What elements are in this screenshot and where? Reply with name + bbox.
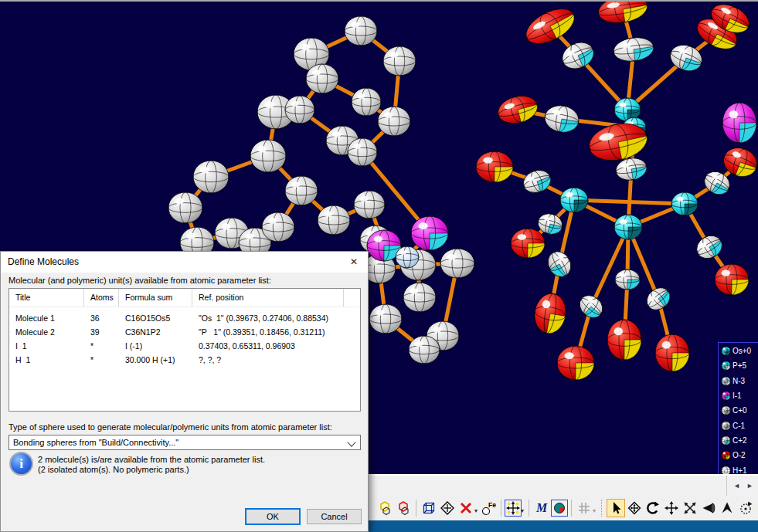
table-row[interactable]: Molecule 2 39 C36N1P2 "P 1" (0.39351, 0.… bbox=[9, 325, 360, 339]
atom-O[interactable] bbox=[715, 264, 749, 295]
grid-button[interactable] bbox=[575, 499, 593, 517]
cursor-icon bbox=[608, 500, 624, 516]
cell-formula: C36N1P2 bbox=[119, 325, 192, 339]
atom-C[interactable] bbox=[383, 46, 416, 76]
angle-tool-button[interactable]: φ bbox=[755, 499, 758, 517]
info-icon: i bbox=[9, 452, 33, 476]
atom-C[interactable] bbox=[369, 304, 402, 334]
atom-Os[interactable] bbox=[614, 215, 642, 239]
atom-C[interactable] bbox=[262, 212, 294, 242]
cell-refposition: "Os 1" (0.39673, 0.27406, 0.88534) bbox=[192, 311, 360, 325]
atom-N[interactable] bbox=[396, 246, 419, 268]
column-header-title[interactable]: Title bbox=[9, 289, 84, 307]
dialog-title-bar[interactable]: Define Molecules ✕ bbox=[1, 252, 368, 273]
render-sphere-button[interactable] bbox=[551, 500, 568, 517]
atom-O[interactable] bbox=[476, 151, 513, 182]
table-row[interactable]: H 1 * 30.000 H (+1) ?, ?, ? bbox=[9, 353, 360, 367]
atom-C[interactable] bbox=[250, 140, 286, 172]
info-line-2: (2 isolated atom(s). No polymeric parts.… bbox=[38, 465, 189, 474]
expand-arrows-icon bbox=[682, 500, 698, 516]
atom-C[interactable] bbox=[352, 88, 381, 116]
atom-O[interactable] bbox=[557, 346, 594, 380]
atom-C[interactable] bbox=[345, 16, 377, 46]
atom-C[interactable] bbox=[378, 107, 410, 136]
table-row[interactable]: Molecule 1 36 C16O15Os5 "Os 1" (0.39673,… bbox=[9, 311, 360, 325]
horizontal-scrollbar[interactable]: ◄ ► bbox=[355, 474, 758, 496]
sphere-type-combobox[interactable]: Bonding spheres from "Build/Connectivity… bbox=[8, 435, 361, 450]
atom-Cq[interactable] bbox=[615, 269, 640, 290]
atom-label-button[interactable]: Fe bbox=[479, 499, 498, 517]
unit-cell-button[interactable] bbox=[420, 499, 438, 517]
atom-Cq[interactable] bbox=[612, 36, 655, 64]
atom-O[interactable] bbox=[511, 229, 545, 258]
atom-C[interactable] bbox=[440, 249, 474, 278]
pointer-tool-button[interactable] bbox=[607, 499, 625, 517]
atom-Cq[interactable] bbox=[542, 103, 580, 134]
measure-button[interactable]: M bbox=[532, 499, 551, 517]
atom-C[interactable] bbox=[348, 138, 377, 166]
column-header-refposition[interactable]: Ref. position bbox=[192, 289, 344, 307]
atom-O[interactable] bbox=[495, 92, 540, 127]
atom-P[interactable] bbox=[411, 216, 448, 250]
atom-Cq[interactable] bbox=[692, 231, 726, 263]
scroll-right-button[interactable]: ► bbox=[743, 476, 756, 495]
legend-item: Os+0 bbox=[720, 344, 758, 358]
atom-O[interactable] bbox=[521, 2, 580, 51]
scroll-left-button[interactable]: ◄ bbox=[730, 476, 743, 495]
plane-button[interactable] bbox=[438, 499, 457, 517]
atom-O[interactable] bbox=[655, 334, 689, 371]
atom-I[interactable] bbox=[722, 103, 756, 143]
atom-Os[interactable] bbox=[560, 188, 588, 212]
atom-C[interactable] bbox=[285, 176, 318, 205]
legend-label: O-2 bbox=[733, 451, 746, 459]
column-header-formula[interactable]: Formula sum bbox=[119, 289, 192, 307]
chevron-down-icon[interactable]: ▾ bbox=[593, 507, 596, 514]
atom-C[interactable] bbox=[168, 192, 202, 223]
move-arrows-icon bbox=[505, 500, 521, 516]
ok-button[interactable]: OK bbox=[245, 508, 301, 525]
atom-Os[interactable] bbox=[671, 192, 698, 215]
atom-O[interactable] bbox=[532, 291, 569, 336]
atom-C[interactable] bbox=[403, 283, 436, 312]
atom-Cq[interactable] bbox=[543, 247, 575, 280]
atom-C[interactable] bbox=[409, 336, 440, 364]
rotate-step-button[interactable] bbox=[736, 499, 755, 517]
cancel-button[interactable]: Cancel bbox=[307, 509, 362, 524]
zoom-tool-button[interactable] bbox=[681, 499, 699, 517]
cone-tool-button[interactable] bbox=[699, 499, 718, 517]
atom-C[interactable] bbox=[306, 64, 338, 93]
remove-symmetry-button[interactable] bbox=[457, 499, 475, 517]
move-mode-button[interactable] bbox=[505, 500, 522, 517]
atom-C[interactable] bbox=[318, 205, 350, 235]
column-header-atoms[interactable]: Atoms bbox=[84, 289, 119, 307]
atom-type-icon bbox=[720, 405, 732, 416]
atom-Cq[interactable] bbox=[642, 283, 674, 314]
rotate-tool-button[interactable] bbox=[644, 499, 662, 517]
chevron-down-icon[interactable]: ▾ bbox=[474, 507, 478, 514]
legend-label: Os+0 bbox=[733, 347, 751, 355]
scrollbar-track[interactable] bbox=[355, 476, 727, 496]
chevron-down-icon[interactable]: ▾ bbox=[521, 507, 524, 514]
atom-type-icon bbox=[720, 390, 732, 402]
atom-O[interactable] bbox=[607, 320, 641, 360]
close-icon[interactable]: ✕ bbox=[340, 252, 368, 273]
hexagon-yellow-button[interactable] bbox=[376, 499, 394, 517]
legend-label: C-1 bbox=[733, 422, 745, 430]
diamond-cross-icon bbox=[440, 500, 455, 516]
atom-C[interactable] bbox=[285, 96, 314, 124]
table-row[interactable]: I 1 * I (-1) 0.37403, 0.65311, 0.96903 bbox=[9, 339, 360, 353]
move-tool-button[interactable] bbox=[662, 499, 681, 517]
molecule-list[interactable]: Title Atoms Formula sum Ref. position Mo… bbox=[8, 288, 361, 412]
yellow-hexagons-icon bbox=[377, 500, 393, 516]
atom-type-icon bbox=[720, 375, 732, 387]
hexagon-red-button[interactable] bbox=[394, 499, 413, 517]
track-tool-button[interactable] bbox=[625, 499, 644, 517]
atom-Cq[interactable] bbox=[520, 167, 553, 197]
chevron-down-icon bbox=[347, 438, 355, 446]
atom-Cq[interactable] bbox=[575, 291, 607, 322]
legend-label: N-3 bbox=[733, 377, 745, 385]
atom-C[interactable] bbox=[193, 161, 229, 193]
atom-C[interactable] bbox=[354, 191, 385, 219]
atom-O[interactable] bbox=[597, 2, 650, 26]
spike-tool-button[interactable] bbox=[718, 499, 736, 517]
